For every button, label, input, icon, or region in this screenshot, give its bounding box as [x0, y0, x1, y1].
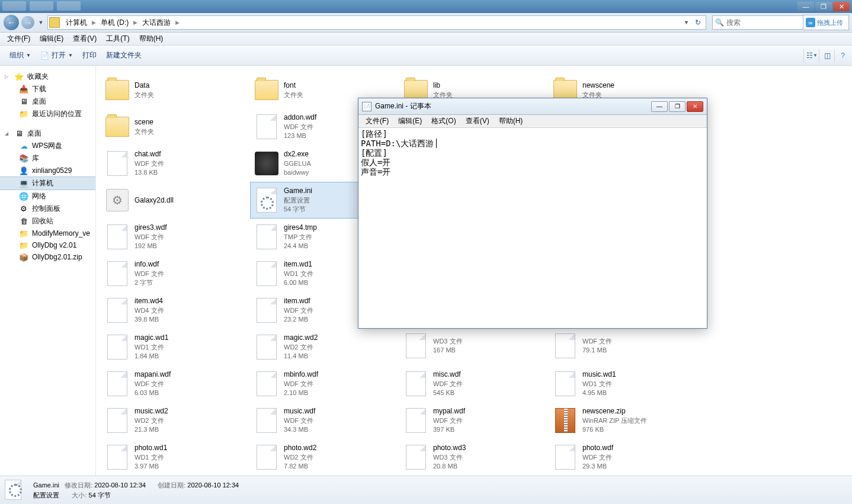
file-item[interactable]: music.wd1WD1 文件4.95 MB [549, 365, 698, 402]
file-item[interactable]: gires3.wdfWDF 文件192 MB [101, 219, 250, 255]
sidebar-item-recycle[interactable]: 🗑回收站 [0, 215, 95, 227]
sidebar-item-recent[interactable]: 📁最近访问的位置 [0, 108, 95, 120]
back-button[interactable]: ← [4, 15, 19, 30]
file-item[interactable]: chat.wdfWDF 文件13.8 KB [101, 145, 250, 182]
file-item[interactable]: music.wd2WD2 文件21.3 MB [101, 402, 250, 439]
sidebar-item-folder[interactable]: 📁OllyDbg v2.01 [0, 239, 95, 251]
refresh-button[interactable]: ↻ [691, 18, 704, 27]
notepad-menu-view[interactable]: 查看(V) [461, 115, 494, 127]
address-dropdown[interactable]: ▼ [681, 20, 691, 25]
file-size: 79.1 MB [582, 346, 612, 355]
taskbar-thumb [2, 1, 26, 11]
organize-button[interactable]: 组织▼ [5, 48, 36, 63]
file-name: gires3.wdf [134, 223, 167, 233]
file-size: 2 字节 [134, 278, 164, 287]
menu-help[interactable]: 帮助(H) [134, 33, 168, 45]
sidebar-item-control-panel[interactable]: ⚙控制面板 [0, 203, 95, 215]
file-item[interactable]: item.wd4WD4 文件39.8 MB [101, 292, 250, 329]
file-icon [254, 333, 279, 361]
chevron-right-icon[interactable]: ▶ [174, 20, 181, 25]
file-item[interactable]: mbinfo.wdfWDF 文件2.10 MB [250, 365, 399, 402]
menu-tools[interactable]: 工具(T) [101, 33, 134, 45]
file-name: newscene [582, 81, 614, 91]
notepad-window[interactable]: 📄 Game.ini - 记事本 — ❐ ✕ 文件(F) 编辑(E) 格式(O)… [358, 98, 707, 329]
notepad-menu-help[interactable]: 帮助(H) [494, 115, 528, 127]
file-item[interactable]: photo.wd2WD2 文件7.82 MB [250, 439, 399, 476]
file-size: 29.3 MB [582, 462, 613, 471]
chevron-right-icon[interactable]: ▶ [91, 20, 97, 25]
file-size: 24.4 MB [284, 242, 317, 251]
file-icon [553, 443, 578, 471]
file-item[interactable]: newscene.zipWinRAR ZIP 压缩文件976 KB [549, 402, 698, 439]
file-type: WDF 文件 [284, 380, 318, 389]
upload-badge[interactable]: ∞ 拖拽上传 [803, 15, 849, 30]
address-bar[interactable]: 计算机 ▶ 单机 (D:) ▶ 大话西游 ▶ ▼ ↻ [47, 15, 706, 30]
file-item[interactable]: magic.wd1WD1 文件1.84 MB [101, 329, 250, 365]
sidebar-item-desktop[interactable]: 🖥桌面 [0, 95, 95, 108]
notepad-menu-edit[interactable]: 编辑(E) [393, 115, 427, 127]
minimize-button[interactable]: — [797, 2, 814, 11]
menu-file[interactable]: 文件(F) [2, 33, 35, 45]
breadcrumb[interactable]: 大话西游 [139, 17, 174, 29]
text-cursor [434, 139, 437, 148]
notepad-minimize-button[interactable]: — [651, 101, 668, 112]
file-name: item.wd1 [284, 259, 313, 269]
file-item[interactable]: mapani.wdfWDF 文件6.03 MB [101, 365, 250, 402]
file-item[interactable]: mypal.wdfWDF 文件397 KB [399, 402, 549, 439]
sidebar-favorites-header[interactable]: ▷⭐收藏夹 [0, 70, 95, 83]
sidebar-item-wps[interactable]: ☁WPS网盘 [0, 140, 95, 152]
file-item[interactable]: Data文件夹 [101, 72, 250, 108]
file-name: mbinfo.wdf [284, 370, 318, 380]
file-item[interactable]: Galaxy2d.dll [101, 182, 250, 219]
notepad-titlebar[interactable]: 📄 Game.ini - 记事本 — ❐ ✕ [358, 98, 707, 115]
file-item[interactable]: music.wdfWDF 文件34.3 MB [250, 402, 399, 439]
file-item[interactable]: info.wdfWDF 文件2 字节 [101, 255, 250, 292]
sidebar-item-network[interactable]: 🌐网络 [0, 190, 95, 203]
file-icon [254, 443, 279, 471]
file-size: 11.4 MB [284, 352, 318, 361]
breadcrumb[interactable]: 计算机 [62, 17, 91, 29]
file-item[interactable]: WDF 文件79.1 MB [549, 329, 698, 365]
file-size: 2.10 MB [284, 389, 318, 397]
chevron-right-icon[interactable]: ▶ [132, 20, 139, 25]
forward-button[interactable]: → [21, 16, 34, 29]
file-name: dx2.exe [284, 149, 311, 159]
sidebar-desktop-header[interactable]: ◢🖥桌面 [0, 127, 95, 140]
file-item[interactable]: scene文件夹 [101, 108, 250, 145]
maximize-button[interactable]: ❐ [815, 2, 832, 11]
control-panel-icon: ⚙ [19, 204, 28, 214]
help-button[interactable]: ? [834, 49, 847, 62]
file-item[interactable]: misc.wdfWDF 文件545 KB [399, 365, 549, 402]
file-item[interactable]: photo.wd3WD3 文件20.8 MB [399, 439, 549, 476]
sidebar-item-user[interactable]: 👤xinliang0529 [0, 165, 95, 176]
file-item[interactable]: photo.wd1WD1 文件3.97 MB [101, 439, 250, 476]
file-name: lib [433, 81, 453, 91]
notepad-menu-format[interactable]: 格式(O) [427, 115, 460, 127]
sidebar-item-folder[interactable]: 📁ModifyMemory_ve [0, 227, 95, 239]
file-item[interactable]: WD3 文件167 MB [399, 329, 549, 365]
notepad-close-button[interactable]: ✕ [687, 101, 703, 112]
preview-pane-button[interactable]: ◫ [819, 49, 832, 62]
notepad-maximize-button[interactable]: ❐ [669, 101, 686, 112]
sidebar-item-computer[interactable]: 💻计算机 [0, 176, 95, 190]
file-name: chat.wdf [134, 149, 164, 159]
open-button[interactable]: 📄打开▼ [36, 48, 78, 63]
search-box[interactable]: 🔍 ∞ 拖拽上传 [712, 15, 848, 30]
notepad-text-area[interactable]: [路径] PATH=D:\大话西游 [配置] 假人=开 声音=开 [358, 128, 707, 328]
menu-edit[interactable]: 编辑(E) [35, 33, 68, 45]
sidebar-item-zip[interactable]: 📦OllyDbg2.01.zip [0, 251, 95, 263]
notepad-menu-file[interactable]: 文件(F) [361, 115, 393, 127]
new-folder-button[interactable]: 新建文件夹 [101, 48, 146, 63]
close-button[interactable]: ✕ [833, 2, 850, 11]
sidebar-item-downloads[interactable]: 📥下载 [0, 83, 95, 95]
history-dropdown[interactable]: ▼ [37, 16, 45, 29]
print-button[interactable]: 打印 [78, 48, 101, 63]
file-item[interactable]: photo.wdfWDF 文件29.3 MB [549, 439, 698, 476]
breadcrumb[interactable]: 单机 (D:) [97, 17, 132, 29]
sidebar-item-libraries[interactable]: 📚库 [0, 152, 95, 165]
menu-view[interactable]: 查看(V) [68, 33, 101, 45]
view-options-button[interactable]: ☷ ▼ [803, 49, 816, 62]
taskbar-thumb [57, 1, 81, 11]
file-item[interactable]: magic.wd2WD2 文件11.4 MB [250, 329, 399, 365]
file-type: WDF 文件 [284, 123, 316, 131]
